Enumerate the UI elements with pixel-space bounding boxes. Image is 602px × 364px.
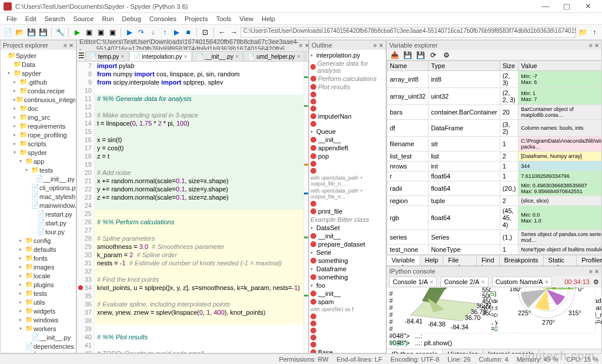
close-button[interactable]: ✕: [577, 2, 598, 11]
menu-projects[interactable]: Projects: [180, 14, 212, 23]
step-in-icon[interactable]: ↓: [148, 27, 158, 38]
outline-item[interactable]: [310, 334, 384, 341]
outline-item[interactable]: __init__: [310, 136, 384, 144]
variable-table[interactable]: NameTypeSizeValuearray_int8int8(2, 3)Min…: [387, 60, 601, 255]
tree-item[interactable]: ▸📁defaults: [1, 245, 76, 254]
variable-row[interactable]: seriesSeries(1,)Series object of pandas.…: [387, 230, 602, 245]
open-file-icon[interactable]: 📂: [14, 27, 25, 38]
varexp-tab[interactable]: Breakpoints: [500, 255, 544, 265]
variable-row[interactable]: list_testlist2[Dataframe, Numpy array]: [387, 151, 602, 161]
tree-item[interactable]: 📄cli_options.py: [1, 183, 76, 192]
variable-row[interactable]: test_noneNoneType1NoneType object of bui…: [387, 245, 602, 255]
editor-scrollstrip[interactable]: [303, 62, 308, 353]
working-dir-input[interactable]: C:\Users\TestUser\Downloads\16740156420f…: [240, 27, 576, 38]
varexp-tab[interactable]: File explorer: [443, 255, 477, 265]
run-cell-icon[interactable]: ▣: [83, 27, 94, 38]
variable-row[interactable]: radiifloat64(20,)Min: 0.4983036683853568…: [387, 181, 602, 196]
import-data-icon[interactable]: 📥: [389, 50, 400, 60]
step-out-icon[interactable]: ↑: [159, 27, 170, 38]
menu-source[interactable]: Source: [69, 14, 98, 23]
varexp-tab[interactable]: Static code analysis: [544, 255, 577, 265]
menu-view[interactable]: View: [235, 14, 257, 23]
tree-item[interactable]: 📄mainwindow.py: [1, 201, 76, 210]
tree-item[interactable]: 📄restart.py: [1, 210, 76, 218]
tree-item[interactable]: ▾📁spyder: [1, 148, 76, 157]
tree-item[interactable]: ▸📁requirements: [1, 122, 76, 130]
varexp-tab[interactable]: Profiler: [577, 255, 602, 265]
panel-close-icon[interactable]: ✕: [379, 42, 383, 49]
tree-item[interactable]: 📄__init__.py: [1, 333, 76, 342]
editor-tab[interactable]: 📄 umd_main.py ×: [305, 51, 308, 61]
tree-item[interactable]: 📄mac_stylesheet.qss: [1, 192, 76, 201]
tree-item[interactable]: ▸📁locale: [1, 271, 76, 280]
tree-item[interactable]: ▸📁widgets: [1, 306, 76, 315]
outline-item[interactable]: print_file: [310, 207, 384, 215]
outline-item[interactable]: with open(data_path + output_file_n...: [310, 174, 384, 187]
outline-item[interactable]: __init__: [310, 232, 384, 240]
tree-item[interactable]: 📄__init__.py: [1, 174, 76, 183]
debug-icon[interactable]: ▶: [124, 27, 135, 38]
run-icon[interactable]: ▶: [72, 27, 82, 38]
menu-debug[interactable]: Debug: [118, 14, 145, 23]
editor-tab[interactable]: 📄 interpolation.py ×: [129, 51, 192, 62]
console-tab[interactable]: Console 1/A ×: [389, 277, 437, 287]
outline-item[interactable]: appendleft: [310, 144, 384, 152]
tree-item[interactable]: ▸📁tests: [1, 289, 76, 298]
zoom-fit-icon[interactable]: ⊡: [200, 27, 210, 38]
tree-item[interactable]: 📄tour.py: [1, 227, 76, 236]
back-icon[interactable]: ←: [217, 27, 228, 38]
run-selection-icon[interactable]: ▣: [107, 27, 118, 38]
variable-row[interactable]: filenamestr1C:\ProgramData\Anaconda3\lib…: [387, 137, 602, 151]
outline-item[interactable]: [310, 200, 384, 207]
project-tree[interactable]: 📁Spyder📁Data▾📁spyder▸📁.github▸📁conda.rec…: [1, 50, 76, 353]
tree-item[interactable]: ▾📁workers: [1, 324, 76, 333]
tree-item[interactable]: ▸📁img_src: [1, 113, 76, 122]
menu-search[interactable]: Search: [41, 14, 69, 23]
menu-file[interactable]: File: [2, 14, 21, 23]
save-data-icon[interactable]: 💾: [402, 50, 413, 60]
varexp-tab[interactable]: Variable explorer: [387, 255, 420, 265]
varexp-tab[interactable]: Find in files: [477, 255, 499, 265]
editor-tab[interactable]: 📄 umd_helper.py ×: [243, 51, 305, 61]
tree-item[interactable]: ▸📁fonts: [1, 254, 76, 262]
varexp-tab[interactable]: Help: [420, 255, 444, 265]
tree-item[interactable]: ▾📁app: [1, 157, 76, 166]
outline-tree[interactable]: ▾interpolation.pyGenerate data for analy…: [309, 50, 386, 353]
editor-tab[interactable]: 📄 __init__.py ×: [192, 51, 243, 61]
console-options-icon[interactable]: ⚙: [593, 278, 599, 286]
tree-item[interactable]: ▸📁utils: [1, 298, 76, 306]
outline-item[interactable]: [310, 320, 384, 327]
tree-item[interactable]: ▸📁doc: [1, 104, 76, 113]
outline-item[interactable]: ▾Dataframe: [310, 265, 384, 273]
panel-menu-icon[interactable]: ≡: [63, 42, 67, 49]
outline-item[interactable]: [310, 313, 384, 320]
tree-item[interactable]: 📄dependencies.py: [1, 342, 76, 350]
parent-dir-icon[interactable]: ↑: [589, 27, 600, 38]
tree-item[interactable]: ▾📁tests: [1, 166, 76, 174]
tree-item[interactable]: ▸📁conda.recipe: [1, 86, 76, 95]
options-icon[interactable]: ⚙: [441, 50, 452, 60]
outline-item[interactable]: ▾DataSet: [310, 224, 384, 232]
tree-item[interactable]: ▸📁.github: [1, 77, 76, 86]
variable-row[interactable]: array_int8int8(2, 3)Min: -7 Max: 6: [387, 71, 602, 88]
step-over-icon[interactable]: ↷: [136, 27, 146, 38]
outline-item[interactable]: prepare_dataset: [310, 240, 384, 248]
refresh-icon[interactable]: ⟳: [428, 50, 439, 60]
variable-row[interactable]: nrowsint1344: [387, 161, 602, 171]
tree-item[interactable]: 📁Spyder: [1, 51, 76, 60]
menu-consoles[interactable]: Consoles: [145, 14, 180, 23]
outline-item[interactable]: Generate data for analysis: [310, 59, 384, 75]
save-all-icon[interactable]: 💾: [38, 27, 48, 38]
panel-menu-icon[interactable]: ≡: [373, 42, 377, 49]
outline-item[interactable]: spam: [310, 298, 384, 306]
panel-menu-icon[interactable]: ≡: [299, 42, 303, 49]
menu-edit[interactable]: Edit: [21, 14, 41, 23]
save-icon[interactable]: 💾: [26, 27, 36, 38]
panel-close-icon[interactable]: ✕: [69, 42, 73, 49]
browse-tabs-icon[interactable]: ☰: [78, 50, 85, 61]
outline-item[interactable]: with open(file) as f:: [310, 306, 384, 313]
variable-row[interactable]: rfloat6417.611082589334796: [387, 171, 602, 181]
outline-item[interactable]: pop: [310, 152, 384, 160]
new-file-icon[interactable]: 📄: [2, 27, 13, 38]
tree-item[interactable]: ▸📁config: [1, 236, 76, 245]
